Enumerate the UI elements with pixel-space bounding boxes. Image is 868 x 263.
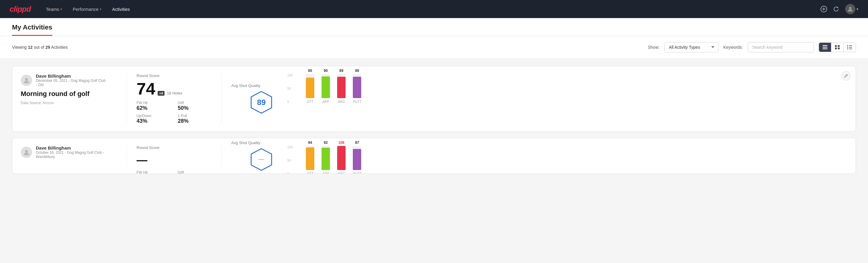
user-name: Dave Billingham (36, 74, 107, 79)
svg-rect-7 (835, 48, 837, 49)
svg-rect-2 (823, 45, 828, 46)
activities-list: Dave Billingham December 05, 2021 - Gog … (0, 59, 868, 181)
stat-gir: GIR 50% (178, 101, 212, 111)
bar-putt: 89 PUTT (353, 68, 362, 104)
user-meta: October 16, 2021 - Gog Magog Golf Club -… (36, 150, 107, 159)
svg-rect-3 (823, 47, 828, 48)
svg-point-1 (849, 7, 851, 9)
svg-rect-6 (838, 45, 840, 47)
viewing-total: 29 (45, 45, 50, 50)
viewing-count: 12 (28, 45, 33, 50)
toolbar: Viewing 12 out of 29 Activities Show: Al… (0, 36, 868, 59)
round-score-label: Round Score (136, 145, 212, 150)
page-title: My Activities (12, 24, 52, 36)
nav-teams[interactable]: Teams ▾ (42, 4, 66, 14)
bar-app: 90 APP (321, 68, 330, 104)
holes-label: 18 Holes (167, 91, 182, 95)
svg-rect-13 (847, 49, 848, 49)
activity-card: Dave Billingham October 16, 2021 - Gog M… (12, 138, 856, 174)
bar-arg: 106 ARG (337, 141, 346, 174)
svg-point-17 (25, 150, 28, 153)
card-divider-2 (221, 145, 222, 167)
user-avatar (21, 147, 32, 158)
score-value: 74 (136, 80, 155, 97)
svg-rect-5 (835, 45, 837, 47)
svg-rect-12 (849, 47, 852, 48)
bar-ott: 94 OTT (306, 141, 314, 174)
data-source: Data Source: Arccos (21, 101, 107, 105)
card-user-info: Dave Billingham October 16, 2021 - Gog M… (21, 145, 117, 167)
card-divider-2 (221, 74, 222, 124)
hexagon-score-2: — (249, 147, 273, 172)
add-button[interactable] (820, 6, 827, 12)
score-partial: — (136, 155, 147, 166)
logo: clippd (10, 4, 31, 14)
svg-point-15 (25, 78, 28, 81)
stat-fw-hit: FW Hit 43% (136, 170, 170, 174)
round-score-label: Round Score (136, 74, 212, 78)
nav-activities[interactable]: Activities (108, 4, 134, 14)
view-buttons (819, 42, 856, 52)
show-label: Show: (648, 45, 659, 50)
navbar: clippd Teams ▾ Performance ▾ Activities (0, 0, 868, 18)
card-divider (127, 74, 127, 124)
page-header: My Activities (0, 18, 868, 36)
refresh-button[interactable] (833, 6, 839, 12)
stat-gir: GIR 56% (178, 170, 212, 174)
view-grid-button[interactable] (831, 43, 844, 52)
svg-rect-10 (849, 46, 852, 46)
view-list-compact-button[interactable] (819, 43, 831, 52)
stat-fw-hit: FW Hit 62% (136, 101, 170, 111)
keywords-label: Keywords: (723, 45, 743, 50)
svg-rect-9 (847, 45, 848, 46)
bar-ott: 85 OTT (306, 68, 314, 104)
svg-rect-14 (849, 49, 852, 49)
nav-links: Teams ▾ Performance ▾ Activities (42, 4, 810, 14)
nav-performance[interactable]: Performance ▾ (69, 4, 105, 14)
avg-shot-quality: Avg Shot Quality — (231, 145, 291, 167)
activity-title: Morning round of golf (21, 90, 107, 98)
svg-rect-4 (823, 49, 828, 49)
hexagon-score: 89 (249, 90, 273, 114)
stat-updown: Up/Down 43% (136, 114, 170, 124)
card-stats: Round Score — FW Hit 43% GIR 56% (136, 145, 212, 167)
avg-shot-quality-label: Avg Shot Quality (231, 83, 260, 88)
avg-shot-quality-label: Avg Shot Quality (231, 141, 260, 145)
user-avatar (845, 4, 856, 14)
view-list-button[interactable] (844, 43, 856, 52)
activity-card: Dave Billingham December 05, 2021 - Gog … (12, 66, 856, 132)
nav-right: ▾ (820, 4, 858, 14)
performance-chevron-icon: ▾ (100, 7, 101, 11)
avatar-chevron-icon: ▾ (857, 7, 858, 11)
score-badge: +4 (158, 91, 164, 96)
avatar-menu[interactable]: ▾ (845, 4, 858, 14)
viewing-text: Viewing 12 out of 29 Activities (12, 45, 642, 50)
user-avatar (21, 75, 32, 86)
avg-shot-quality: Avg Shot Quality 89 (231, 74, 291, 124)
user-name: Dave Billingham (36, 145, 107, 150)
card-stats: Round Score 74 +4 18 Holes FW Hit 62% GI… (136, 74, 212, 124)
bar-arg: 89 ARG (337, 68, 346, 104)
bar-putt: 87 PUTT (353, 141, 362, 174)
bar-chart: 100 50 0 85 OTT 90 (291, 74, 847, 124)
svg-rect-11 (847, 47, 848, 48)
user-meta: December 05, 2021 - Gog Magog Golf Club … (36, 79, 107, 87)
svg-rect-8 (838, 48, 840, 49)
activity-type-select[interactable]: All Activity Types Round Practice (664, 42, 718, 52)
bar-app: 92 APP (321, 141, 330, 174)
bar-chart-2: 100 50 0 94 OTT 92 (291, 145, 847, 167)
search-input[interactable] (748, 42, 814, 52)
teams-chevron-icon: ▾ (60, 7, 62, 11)
card-divider (127, 145, 127, 167)
toolbar-controls: Show: All Activity Types Round Practice … (648, 42, 856, 52)
stat-1putt: 1 Putt 28% (178, 114, 212, 124)
card-user-info: Dave Billingham December 05, 2021 - Gog … (21, 74, 117, 124)
